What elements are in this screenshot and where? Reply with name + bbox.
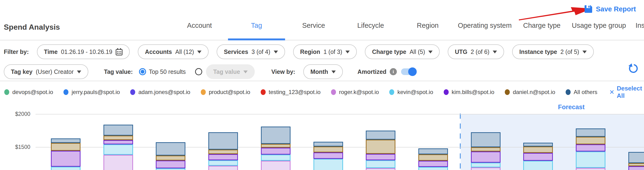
- tab-region[interactable]: Region: [399, 0, 456, 40]
- spend-analysis-page: Forecast $2000$1500 Spend Analysis Accou…: [0, 0, 644, 170]
- top50-radio-label: Top 50 results: [149, 68, 186, 75]
- bar-segment-kevin[interactable]: [418, 167, 448, 170]
- filter-pill-utg[interactable]: UTG2 (of 6): [448, 44, 504, 59]
- bar-segment-daniel[interactable]: [471, 147, 500, 151]
- save-report-button[interactable]: Save Report: [584, 5, 636, 13]
- bar-segment-daniel[interactable]: [156, 155, 186, 160]
- bar-segment-kevin[interactable]: [261, 154, 290, 161]
- filter-pill-accounts[interactable]: AccountsAll (12): [138, 44, 208, 59]
- bar-segment-kim[interactable]: [104, 140, 133, 144]
- legend-item-roger[interactable]: roger.k@spot.io: [331, 89, 379, 96]
- tab-account[interactable]: Account: [171, 0, 228, 40]
- bar-segment-daniel[interactable]: [628, 163, 644, 166]
- bar-segment-roger[interactable]: [366, 168, 396, 170]
- bar-segment-kevin[interactable]: [314, 159, 343, 170]
- bar-segment-all_others[interactable]: [51, 138, 80, 143]
- forecast-divider-dashed-line: [460, 114, 461, 170]
- info-icon[interactable]: i: [390, 68, 397, 75]
- bar-segment-kim[interactable]: [156, 160, 186, 168]
- bar-segment-daniel[interactable]: [208, 150, 238, 154]
- bar-segment-kevin[interactable]: [156, 168, 186, 170]
- bar-segment-kevin[interactable]: [104, 144, 133, 155]
- deselect-x-icon: ✕: [609, 89, 614, 96]
- bar-segment-kim[interactable]: [261, 148, 290, 154]
- bar-segment-all_others[interactable]: [261, 127, 290, 144]
- bar-segment-all_others[interactable]: [418, 148, 448, 154]
- bar-segment-kim[interactable]: [576, 144, 606, 151]
- bar-segment-kim[interactable]: [471, 151, 500, 163]
- legend-label: jerry.pauls@spot.io: [72, 89, 120, 96]
- bar-segment-kevin[interactable]: [366, 160, 396, 168]
- legend-item-adam[interactable]: adam.jones@spot.io: [130, 89, 190, 96]
- tab-service[interactable]: Service: [285, 0, 342, 40]
- tag-value-radio[interactable]: [195, 68, 202, 75]
- bar-segment-roger[interactable]: [104, 155, 133, 170]
- legend-item-jerry[interactable]: jerry.pauls@spot.io: [64, 89, 120, 96]
- bar-segment-all_others[interactable]: [576, 128, 606, 137]
- filter-pill-instance-type[interactable]: Instance type2 (of 5): [512, 44, 594, 59]
- bar-segment-kim[interactable]: [208, 154, 238, 160]
- bar-segment-all_others[interactable]: [314, 142, 343, 146]
- bar-segment-kim[interactable]: [418, 161, 448, 167]
- bar-segment-daniel[interactable]: [418, 154, 448, 161]
- pill-name: Instance type: [519, 48, 557, 55]
- bar-segment-kevin[interactable]: [471, 163, 500, 167]
- filter-pill-region[interactable]: Region1 (of 3): [293, 44, 357, 59]
- tab-tag[interactable]: Tag: [228, 0, 285, 40]
- tag-key-dropdown[interactable]: Tag key (User) Creator: [4, 64, 88, 79]
- bar-segment-daniel[interactable]: [261, 144, 290, 148]
- tag-value-dropdown-disabled[interactable]: Tag value: [206, 64, 254, 79]
- legend-item-testing[interactable]: testing_123@spot.io: [261, 89, 320, 96]
- view-by-label: View by:: [271, 68, 295, 75]
- deselect-all-button[interactable]: ✕Deselect All: [609, 85, 644, 100]
- tab-lifecycle[interactable]: Lifecycle: [342, 0, 399, 40]
- legend-item-product[interactable]: product@spot.io: [201, 89, 250, 96]
- reset-refresh-icon[interactable]: [628, 63, 638, 74]
- bar-segment-all_others[interactable]: [156, 142, 186, 155]
- view-by-dropdown[interactable]: Month: [303, 64, 343, 79]
- legend-item-all_others[interactable]: All others: [566, 89, 597, 96]
- bar-segment-kim[interactable]: [314, 152, 343, 159]
- bar-segment-daniel[interactable]: [314, 146, 343, 152]
- bar-segment-daniel[interactable]: [104, 136, 133, 140]
- amortized-toggle[interactable]: [401, 68, 416, 75]
- bar-segment-all_others[interactable]: [366, 131, 396, 140]
- bar-segment-kevin[interactable]: [208, 160, 238, 166]
- bar-segment-roger[interactable]: [261, 161, 290, 170]
- bar-segment-daniel[interactable]: [51, 143, 80, 151]
- top50-radio[interactable]: [139, 68, 146, 75]
- filter-pill-time[interactable]: Time01.26.19 - 10.26.19: [37, 44, 130, 59]
- bar-segment-all_others[interactable]: [104, 125, 133, 136]
- filter-pill-charge-type[interactable]: Charge typeAll (5): [365, 44, 440, 59]
- bar-segment-kim[interactable]: [523, 153, 553, 161]
- bar-segment-roger[interactable]: [208, 166, 238, 170]
- bar-segment-kevin[interactable]: [523, 161, 553, 170]
- bar-segment-daniel[interactable]: [366, 140, 396, 154]
- bar-segment-all_others[interactable]: [523, 143, 553, 146]
- caret-down-icon: [582, 51, 587, 53]
- legend-item-daniel[interactable]: daniel.n@spot.io: [505, 89, 555, 96]
- tab-operating-system[interactable]: Operating system: [456, 0, 513, 40]
- bar-segment-kim[interactable]: [366, 154, 396, 160]
- bar-segment-all_others[interactable]: [628, 152, 644, 163]
- bar-segment-roger[interactable]: [471, 167, 500, 170]
- bar-segment-daniel[interactable]: [523, 146, 553, 153]
- bar-segment-kevin[interactable]: [576, 151, 606, 168]
- legend-label: kim.bills@spot.io: [452, 89, 494, 96]
- bar-segment-kim[interactable]: [51, 151, 80, 167]
- legend-dot: [4, 89, 9, 95]
- bar-segment-all_others[interactable]: [208, 132, 238, 150]
- pill-name: Region: [300, 48, 320, 55]
- caret-down-icon: [346, 51, 350, 53]
- bar-segment-all_others[interactable]: [471, 132, 500, 147]
- legend-item-devops[interactable]: devops@spot.io: [4, 89, 53, 96]
- chart-legend: devops@spot.iojerry.pauls@spot.ioadam.jo…: [0, 82, 644, 103]
- legend-item-kim[interactable]: kim.bills@spot.io: [444, 89, 494, 96]
- bar-segment-kevin[interactable]: [51, 167, 80, 170]
- filter-pill-services[interactable]: Services3 (of 4): [217, 44, 285, 59]
- legend-label: adam.jones@spot.io: [138, 89, 190, 96]
- bar-segment-kim[interactable]: [628, 166, 644, 170]
- bar-segment-roger[interactable]: [576, 168, 606, 170]
- bar-segment-daniel[interactable]: [576, 137, 606, 144]
- legend-item-kevin[interactable]: kevin@spot.io: [389, 89, 433, 96]
